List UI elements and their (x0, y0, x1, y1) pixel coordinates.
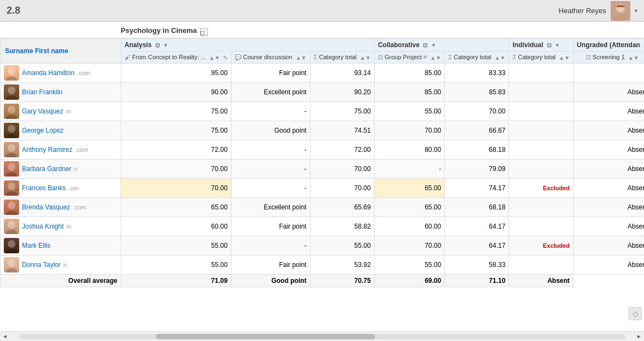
footer-group-project: 69.00 (374, 275, 444, 287)
student-name[interactable]: Mark Ellis (22, 242, 50, 249)
group-project-sort[interactable]: ▲▼ (430, 55, 441, 61)
svg-point-25 (6, 268, 17, 272)
table-row: Frances Banks .om 70.00-70.0065.0074.17E… (1, 179, 645, 198)
scrollbar-track[interactable] (19, 334, 625, 339)
cat-total-1-sort[interactable]: ▲▼ (360, 55, 371, 61)
from-concept-edit[interactable]: ✎ (223, 55, 228, 61)
group-header-row: Surname First name Analysis ⊡ ▼ Collabor… (1, 39, 645, 52)
td-cat-total-1: 93.14 (310, 64, 374, 83)
student-name[interactable]: Brenda Vasquez (22, 203, 70, 211)
td-course-disc: - (231, 236, 310, 255)
td-from-concept: 75.00 (121, 102, 231, 121)
td-ind-cat (509, 198, 573, 217)
student-name[interactable]: Frances Banks (22, 184, 66, 192)
ind-cat-total-sort[interactable]: ▲▼ (559, 55, 570, 61)
td-cat-total-2: 68.18 (445, 140, 509, 160)
td-from-concept: 95.00 (121, 64, 231, 83)
td-cat-total-2: 79.09 (445, 160, 509, 179)
svg-point-7 (6, 95, 17, 100)
table-row: Barbara Gardner n 70.00-70.00-79.09Absen… (1, 160, 645, 179)
td-screening1: - (573, 64, 644, 83)
td-from-concept: 70.00 (121, 179, 231, 198)
course-disc-sort[interactable]: ▲▼ (296, 55, 307, 61)
ungraded-label: Ungraded (Attendan (577, 41, 640, 49)
td-screening1: Absent (573, 198, 644, 217)
td-cat-total-1: 75.00 (310, 102, 374, 121)
td-group-project: 85.00 (374, 83, 444, 102)
scroll-right-arrow[interactable]: ► (636, 333, 642, 339)
td-cat-total-1: 65.69 (310, 198, 374, 217)
svg-point-6 (8, 87, 15, 94)
email-partial: .om (69, 185, 78, 191)
collaborative-filter-icon[interactable]: ⊡ (423, 42, 427, 48)
svg-point-20 (8, 221, 15, 229)
th-name[interactable]: Surname First name (1, 39, 121, 64)
individual-sort-icon[interactable]: ▼ (555, 42, 560, 48)
cat-total-1-icon: Σ (314, 54, 318, 60)
td-group-project: 80.00 (374, 140, 444, 160)
student-name[interactable]: Brian Franklin (22, 88, 63, 96)
dropdown-arrow[interactable]: ▾ (635, 8, 637, 14)
student-name[interactable]: Gary Vasquez (22, 107, 63, 115)
footer-ind-cat: Absent (509, 275, 573, 287)
td-ind-cat (509, 140, 573, 160)
th-cat-total-1: Σ Category total ▲▼ (310, 52, 374, 64)
svg-point-16 (8, 183, 15, 190)
td-from-concept: 60.00 (121, 217, 231, 236)
table-scroll[interactable]: Surname First name Analysis ⊡ ▼ Collabor… (0, 38, 644, 331)
td-from-concept: 55.00 (121, 255, 231, 275)
user-menu[interactable]: Heather Reyes ▾ (558, 1, 637, 21)
analysis-filter-icon[interactable]: ⊡ (155, 42, 160, 48)
student-name[interactable]: Amanda Hamilton (22, 69, 74, 77)
version-label: 2.8 (7, 5, 20, 16)
screening1-sort[interactable]: ▲▼ (628, 55, 639, 61)
email-partial: .com (73, 204, 86, 211)
student-name[interactable]: Joshua Knight (22, 223, 64, 230)
footer-label: Overall average (1, 275, 121, 287)
student-name[interactable]: Barbara Gardner (22, 165, 71, 173)
from-concept-sort[interactable]: ▲▼ (209, 55, 220, 61)
svg-point-5 (6, 76, 17, 81)
collaborative-sort-icon[interactable]: ▼ (431, 42, 437, 48)
table-row: Donna Taylor n 55.00Fair point53.9255.00… (1, 255, 645, 275)
scroll-left-arrow[interactable]: ◄ (2, 333, 8, 339)
student-name[interactable]: Anthony Ramirez (22, 146, 72, 154)
analysis-sort-icon[interactable]: ▼ (163, 42, 168, 48)
td-from-concept: 90.00 (121, 83, 231, 102)
scrollbar-thumb[interactable] (156, 334, 375, 339)
td-course-disc: - (231, 160, 310, 179)
main-content: Psychology in Cinema □ Surname First nam… (0, 22, 644, 341)
td-group-project: 65.00 (374, 198, 444, 217)
bottom-arrow[interactable]: ◇ (629, 307, 642, 320)
td-cat-total-2: 66.67 (445, 121, 509, 140)
td-group-project: 65.00 (374, 179, 444, 198)
student-name[interactable]: George Lopez (22, 127, 64, 134)
td-course-disc: - (231, 102, 310, 121)
group-project-icon: ⊡ (378, 54, 383, 60)
individual-filter-icon[interactable]: ⊡ (547, 42, 551, 48)
name-cell: Amanda Hamilton .com (1, 64, 121, 83)
svg-point-13 (6, 153, 17, 157)
screening1-label: Screening 1 (592, 54, 625, 60)
svg-point-17 (6, 191, 17, 196)
svg-point-4 (8, 67, 15, 75)
th-screening1: ⊡ Screening 1 ▲▼ (573, 52, 644, 64)
svg-point-24 (8, 259, 15, 267)
course-collapse-icon[interactable]: □ (200, 29, 208, 36)
analysis-label: Analysis (125, 41, 151, 49)
table-row: Brian Franklin 90.00Excellent point90.20… (1, 83, 645, 102)
table-row: Brenda Vasquez .com 65.00Excellent point… (1, 198, 645, 217)
th-ungraded-group: Ungraded (Attendan ⊡ (573, 39, 644, 52)
td-cat-total-2: 70.00 (445, 102, 509, 121)
td-ind-cat (509, 102, 573, 121)
email-partial: .com (77, 70, 90, 76)
td-screening1: Absent (573, 217, 644, 236)
td-ind-cat (509, 160, 573, 179)
td-group-project: 85.00 (374, 64, 444, 83)
student-name[interactable]: Donna Taylor (22, 261, 61, 269)
cat-total-2-sort[interactable]: ▲▼ (495, 55, 506, 61)
svg-point-12 (8, 144, 15, 152)
td-cat-total-1: 55.00 (310, 236, 374, 255)
scrollbar-area[interactable]: ◄ ► (0, 331, 644, 341)
td-from-concept: 75.00 (121, 121, 231, 140)
